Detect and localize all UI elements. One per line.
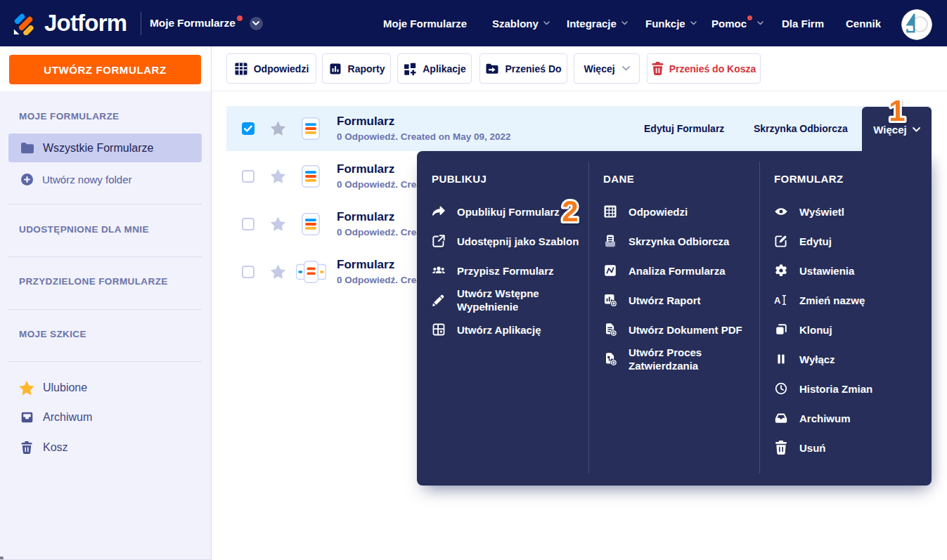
form-type-icon bbox=[302, 165, 320, 188]
nav-item-integracje[interactable]: Integracje bbox=[567, 0, 628, 46]
nav-item-dla-firm[interactable]: Dla Firm bbox=[782, 0, 824, 46]
star-icon[interactable] bbox=[270, 264, 286, 280]
star-icon[interactable] bbox=[270, 121, 286, 136]
sidebar-divider bbox=[8, 309, 202, 310]
card-form-type-icon bbox=[295, 261, 327, 283]
chevron-down-icon bbox=[690, 21, 697, 25]
nav-item-pomoc[interactable]: Pomoc bbox=[711, 0, 764, 46]
settings-gear-icon bbox=[774, 263, 788, 278]
menu-item-preview[interactable]: Wyświetl bbox=[774, 197, 932, 226]
sidebar-item-all-forms[interactable]: Wszystkie Formularze bbox=[8, 134, 202, 162]
top-navbar: Jotform Moje Formularze Moje Formularze … bbox=[0, 0, 947, 46]
menu-item-submissions[interactable]: Odpowiedzi bbox=[603, 197, 759, 226]
menu-item-label: Wyłącz bbox=[799, 353, 835, 366]
sidebar-divider bbox=[8, 256, 202, 257]
checkbox-unchecked[interactable] bbox=[242, 218, 255, 230]
clone-icon bbox=[774, 323, 788, 337]
inbox-link[interactable]: Skrzynka Odbiorcza bbox=[754, 106, 848, 151]
sidebar-item-trash[interactable]: Kosz bbox=[8, 435, 202, 460]
create-form-button[interactable]: UTWÓRZ FORMULARZ bbox=[9, 55, 201, 84]
menu-item-create-report[interactable]: Utwórz Raport bbox=[603, 285, 759, 315]
menu-item-label: Edytuj bbox=[799, 235, 832, 248]
prefill-pencil-icon bbox=[432, 293, 446, 307]
menu-item-create-approval[interactable]: Utwórz Proces Zatwierdzania bbox=[603, 344, 759, 374]
sidebar-item-archive[interactable]: Archiwum bbox=[8, 405, 202, 430]
sidebar-divider bbox=[8, 204, 202, 204]
checkbox-checked[interactable] bbox=[242, 122, 255, 135]
navbar-menu: Moje Formularze Szablony Integracje Funk… bbox=[0, 0, 947, 46]
menu-item-label: Ustawienia bbox=[799, 264, 854, 278]
answers-button[interactable]: Odpowiedzi bbox=[226, 53, 316, 84]
menu-column-form: FORMULARZ Wyświetl Edytuj Ustawienia A Z… bbox=[759, 151, 932, 486]
menu-item-publish-form[interactable]: Opublikuj Formularz bbox=[432, 197, 588, 226]
menu-divider bbox=[588, 162, 589, 474]
menu-item-revision-history[interactable]: Historia Zmian bbox=[774, 374, 932, 403]
menu-item-rename[interactable]: A Zmień nazwę bbox=[774, 285, 932, 315]
menu-item-disable[interactable]: Wyłącz bbox=[774, 344, 932, 374]
star-icon[interactable] bbox=[270, 216, 286, 232]
menu-item-label: Historia Zmian bbox=[799, 382, 872, 396]
menu-item-settings[interactable]: Ustawienia bbox=[774, 256, 932, 285]
menu-item-label: Analiza Formularza bbox=[629, 264, 726, 278]
form-title[interactable]: Formularz bbox=[337, 114, 511, 129]
star-icon[interactable] bbox=[270, 169, 286, 184]
edit-form-link[interactable]: Edytuj Formularz bbox=[644, 106, 724, 151]
menu-item-label: Utwórz Aplikację bbox=[457, 323, 541, 337]
menu-item-label: Udostępnij jako Szablon bbox=[457, 235, 579, 248]
menu-item-label: Usuń bbox=[799, 441, 826, 455]
menu-item-archive[interactable]: Archiwum bbox=[774, 403, 932, 433]
submissions-table-icon bbox=[234, 62, 248, 76]
menu-item-assign-form[interactable]: Przypisz Formularz bbox=[432, 256, 588, 285]
scrollbar-nub[interactable] bbox=[0, 556, 4, 559]
menu-item-label: Skrzynka Odbiorcza bbox=[629, 235, 729, 248]
nav-item-funkcje[interactable]: Funkcje bbox=[645, 0, 697, 46]
sidebar-section-assigned[interactable]: PRZYDZIELONE FORMULARZE bbox=[19, 276, 168, 287]
nav-item-moje-formularze[interactable]: Moje Formularze bbox=[383, 0, 467, 46]
apps-button[interactable]: Aplikacje bbox=[397, 53, 472, 84]
menu-item-share-template[interactable]: Udostępnij jako Szablon bbox=[432, 226, 588, 256]
user-avatar[interactable] bbox=[901, 9, 932, 40]
sidebar-section-drafts[interactable]: MOJE SZKICE bbox=[19, 329, 86, 339]
checkbox-unchecked[interactable] bbox=[242, 170, 255, 183]
sidebar-item-favorites[interactable]: Ulubione bbox=[8, 375, 202, 401]
menu-item-delete[interactable]: Usuń bbox=[774, 433, 932, 462]
nav-item-cennik[interactable]: Cennik bbox=[846, 0, 881, 46]
menu-item-edit[interactable]: Edytuj bbox=[774, 226, 932, 256]
checkbox-unchecked[interactable] bbox=[242, 266, 255, 278]
menu-item-form-analytics[interactable]: Analiza Formularza bbox=[603, 256, 759, 285]
sidebar-divider bbox=[8, 361, 202, 362]
sidebar-section-my-forms: MOJE FORMULARZE bbox=[19, 111, 120, 122]
menu-item-create-app[interactable]: Utwórz Aplikację bbox=[432, 315, 588, 344]
menu-item-inbox[interactable]: Skrzynka Odbiorcza bbox=[603, 226, 759, 256]
menu-item-clone[interactable]: Klonuj bbox=[774, 315, 932, 344]
folder-icon bbox=[21, 143, 34, 154]
reports-button[interactable]: Raporty bbox=[322, 53, 391, 84]
inbox-icon bbox=[603, 234, 617, 248]
menu-column-data: DANE Odpowiedzi Skrzynka Odbiorcza Anali… bbox=[588, 151, 759, 486]
menu-item-create-prefill[interactable]: Utwórz Wstępne Wypełnienie bbox=[432, 285, 588, 315]
sidebar-section-shared[interactable]: UDOSTĘPNIONE DLA MNIE bbox=[19, 224, 149, 235]
sidebar-item-new-folder[interactable]: Utwórz nowy folder bbox=[8, 167, 202, 191]
sidebar-item-label: Archiwum bbox=[43, 411, 92, 424]
menu-column-title: DANE bbox=[603, 172, 759, 186]
sidebar: UTWÓRZ FORMULARZ MOJE FORMULARZE Wszystk… bbox=[0, 46, 212, 560]
main-content: Odpowiedzi Raporty Aplikacje Przenieś Do… bbox=[212, 46, 947, 560]
chevron-down-icon bbox=[622, 66, 630, 71]
edit-icon bbox=[774, 234, 788, 248]
more-toolbar-button[interactable]: Więcej bbox=[574, 53, 640, 84]
assign-users-icon bbox=[432, 263, 446, 278]
sidebar-top: UTWÓRZ FORMULARZ bbox=[0, 46, 211, 91]
row-more-button[interactable]: Więcej bbox=[862, 107, 932, 152]
menu-item-create-pdf[interactable]: Utwórz Dokument PDF bbox=[603, 315, 759, 344]
menu-item-label: Utwórz Wstępne Wypełnienie bbox=[457, 287, 545, 313]
menu-divider bbox=[759, 162, 760, 474]
menu-item-label: Utwórz Proces Zatwierdzania bbox=[629, 346, 723, 372]
move-to-trash-button[interactable]: Przenieś do Kosza bbox=[647, 53, 761, 84]
move-to-button[interactable]: Przenieś Do bbox=[479, 53, 567, 84]
form-row-1[interactable]: Formularz 0 Odpowiedź. Created on May 09… bbox=[226, 106, 932, 151]
notification-dot bbox=[747, 15, 752, 20]
nav-item-szablony[interactable]: Szablony bbox=[492, 0, 550, 46]
svg-text:A: A bbox=[774, 295, 781, 306]
menu-column-title: FORMULARZ bbox=[774, 172, 932, 186]
chevron-down-icon bbox=[543, 21, 550, 25]
